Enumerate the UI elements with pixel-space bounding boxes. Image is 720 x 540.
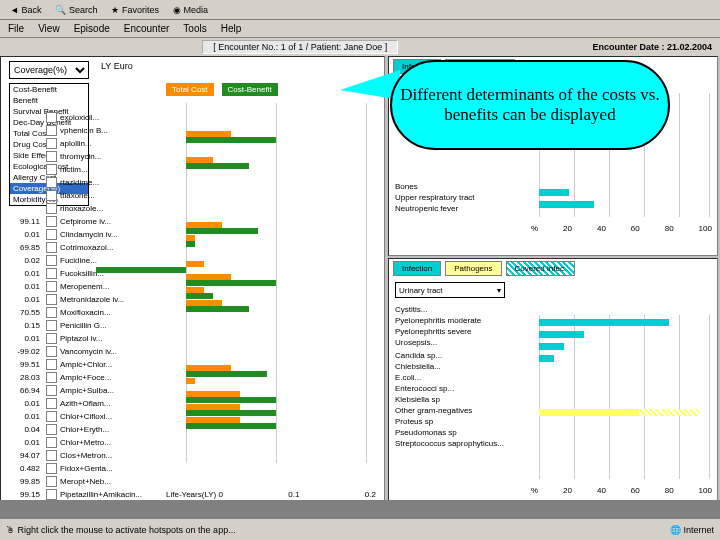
drug-name: Pipetazillin+Amikacin... (60, 490, 150, 499)
chevron-down-icon: ▾ (497, 286, 501, 295)
drug-row: 99.11Cefpirome iv... (9, 215, 150, 228)
site-dropdown[interactable]: Urinary tract▾ (395, 282, 505, 298)
pathogens-box: Infection Pathogens Covered infec. Urina… (388, 258, 718, 516)
menu-tools[interactable]: Tools (183, 23, 206, 34)
drug-checkbox[interactable] (46, 138, 57, 149)
drug-row: exoloxicil... (9, 111, 150, 124)
drug-value: 0.01 (9, 282, 43, 291)
drug-checkbox[interactable] (46, 112, 57, 123)
drug-row: 99.85Meropt+Neb... (9, 475, 150, 488)
drug-checkbox[interactable] (46, 359, 57, 370)
axis-label: Life-Years(LY) 0 (166, 490, 223, 499)
drug-checkbox[interactable] (46, 125, 57, 136)
menu-episode[interactable]: Episode (74, 23, 110, 34)
drug-name: Clindamycin iv... (60, 230, 150, 239)
drug-name: aplollin... (60, 139, 150, 148)
drug-checkbox[interactable] (46, 424, 57, 435)
drug-row: rtazidime... (9, 176, 150, 189)
drug-value: 0.01 (9, 399, 43, 408)
drug-checkbox[interactable] (46, 190, 57, 201)
drug-value: 28.03 (9, 373, 43, 382)
menu-help[interactable]: Help (221, 23, 242, 34)
right-axis2: %20406080100 (529, 486, 714, 495)
listbox-option[interactable]: Cost-Benefit (10, 84, 88, 95)
drug-row: 0.15Penicillin G... (9, 319, 150, 332)
tab-pathogens[interactable]: Pathogens (445, 261, 501, 276)
chart-bar (186, 261, 204, 267)
drug-row: 66.94Ampic+Sulba... (9, 384, 150, 397)
drug-value: 0.04 (9, 425, 43, 434)
listbox-option[interactable]: Benefit (10, 95, 88, 106)
menu-view[interactable]: View (38, 23, 60, 34)
pathogen-row: Cystitis... (395, 304, 711, 315)
chart-bar (96, 267, 186, 273)
drug-checkbox[interactable] (46, 281, 57, 292)
drug-checkbox[interactable] (46, 216, 57, 227)
drug-value: 69.85 (9, 243, 43, 252)
status-zone: 🌐 Internet (670, 525, 714, 535)
drug-name: Moxifloxacin... (60, 308, 150, 317)
favorites-button[interactable]: ★ Favorites (105, 3, 165, 17)
drug-checkbox[interactable] (46, 320, 57, 331)
tab-covered2[interactable]: Covered infec. (506, 261, 576, 276)
drug-row: 0.01Chlor+Metro... (9, 436, 150, 449)
chart-bar (186, 378, 195, 384)
chart-bar (186, 371, 267, 377)
drug-row: 94.07Clos+Metron... (9, 449, 150, 462)
encounter-date: Encounter Date : 21.02.2004 (592, 42, 712, 52)
media-button[interactable]: ◉ Media (167, 3, 214, 17)
drug-name: Chlor+Cifloxl... (60, 412, 150, 421)
drug-checkbox[interactable] (46, 372, 57, 383)
cost-benefit-tab[interactable]: Cost-Benefit (222, 83, 278, 96)
drug-checkbox[interactable] (46, 411, 57, 422)
right-axis: %20406080100 (529, 224, 714, 233)
drug-checkbox[interactable] (46, 268, 57, 279)
cost-benefit-chart: Total Cost Cost-Benefit Life-Years(LY) 0… (166, 83, 381, 503)
drug-checkbox[interactable] (46, 203, 57, 214)
drug-row: -99.02Vancomycin iv... (9, 345, 150, 358)
drug-checkbox[interactable] (46, 437, 57, 448)
drug-checkbox[interactable] (46, 398, 57, 409)
drug-name: exoloxicil... (60, 113, 150, 122)
drug-checkbox[interactable] (46, 333, 57, 344)
drug-name: Penicillin G... (60, 321, 150, 330)
drug-checkbox[interactable] (46, 450, 57, 461)
coverage-dropdown[interactable]: Coverage(%) (9, 61, 89, 79)
drug-checkbox[interactable] (46, 255, 57, 266)
drug-checkbox[interactable] (46, 385, 57, 396)
drug-row: 0.04Chlor+Eryth... (9, 423, 150, 436)
chart-bar (186, 137, 276, 143)
drug-value: 70.55 (9, 308, 43, 317)
chart-bar (186, 293, 213, 299)
chart-bar (186, 241, 195, 247)
drug-checkbox[interactable] (46, 346, 57, 357)
drug-value: 94.07 (9, 451, 43, 460)
drug-row: thromycin... (9, 150, 150, 163)
drug-checkbox[interactable] (46, 164, 57, 175)
drug-checkbox[interactable] (46, 229, 57, 240)
drug-row: 99.51Ampic+Chlor... (9, 358, 150, 371)
chart-bar (186, 410, 276, 416)
drug-checkbox[interactable] (46, 242, 57, 253)
app-menubar: File View Episode Encounter Tools Help (0, 20, 720, 38)
drug-value: 99.85 (9, 477, 43, 486)
search-button[interactable]: 🔍 Search (49, 3, 103, 17)
drug-checkbox[interactable] (46, 151, 57, 162)
drug-value: 99.11 (9, 217, 43, 226)
drug-checkbox[interactable] (46, 294, 57, 305)
back-button[interactable]: ◄ Back (4, 3, 47, 17)
drug-name: Cotrimoxazol... (60, 243, 150, 252)
tab-infection2[interactable]: Infection (393, 261, 441, 276)
drug-checkbox[interactable] (46, 307, 57, 318)
menu-encounter[interactable]: Encounter (124, 23, 170, 34)
drug-name: Meropt+Neb... (60, 477, 150, 486)
menu-file[interactable]: File (8, 23, 24, 34)
drug-checkbox[interactable] (46, 177, 57, 188)
drug-checkbox[interactable] (46, 463, 57, 474)
chart-bar (186, 163, 249, 169)
left-panel: Coverage(%) LY Euro Cost-BenefitBenefitS… (0, 56, 385, 516)
chart-bar (186, 423, 276, 429)
total-cost-tab[interactable]: Total Cost (166, 83, 214, 96)
drug-checkbox[interactable] (46, 476, 57, 487)
drug-checkbox[interactable] (46, 489, 57, 500)
